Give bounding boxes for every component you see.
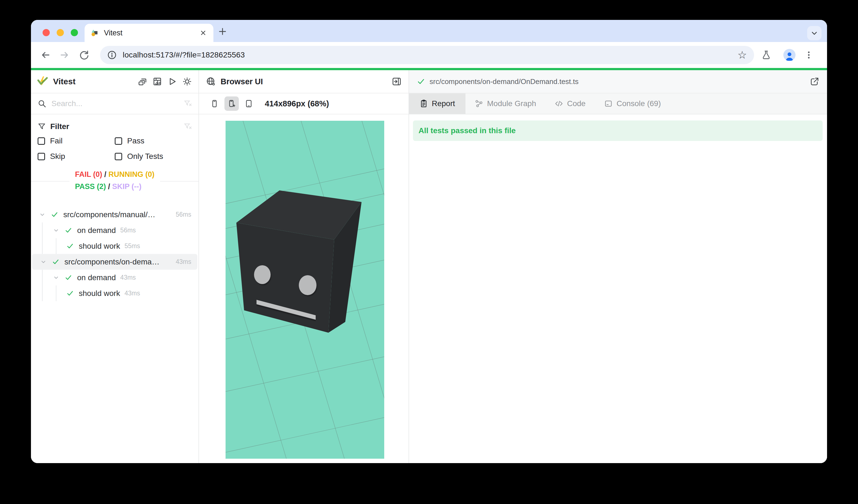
- check-icon: [65, 227, 72, 234]
- desktop-background: Vitest: [0, 0, 858, 504]
- refresh-button[interactable]: [76, 47, 92, 63]
- chevron-down-icon[interactable]: [52, 227, 60, 234]
- window-controls: [43, 29, 78, 36]
- browser-ui-header: Browser UI: [199, 70, 409, 93]
- check-icon: [417, 77, 425, 86]
- robot-left-eye: [254, 265, 271, 284]
- url-bar[interactable]: localhost:5173/#/?file=1828625563 ☆: [100, 46, 754, 64]
- bookmark-star-icon[interactable]: ☆: [737, 50, 747, 60]
- forward-button[interactable]: [57, 47, 73, 63]
- search-input[interactable]: [51, 99, 184, 108]
- tab-console[interactable]: Console (69): [595, 93, 670, 114]
- run-all-button[interactable]: [167, 76, 177, 87]
- chevron-down-icon: [810, 29, 819, 37]
- close-tab-icon[interactable]: [199, 29, 207, 37]
- clear-filter-icon[interactable]: [184, 123, 192, 131]
- report-tabs: Report Module Graph Code: [409, 93, 827, 114]
- browser-menu-button[interactable]: [801, 47, 816, 63]
- globe-icon: [206, 77, 216, 86]
- theme-toggle-sun-icon[interactable]: [182, 76, 192, 87]
- console-icon: [604, 99, 613, 108]
- open-in-editor-button[interactable]: [810, 77, 819, 86]
- chevron-down-icon[interactable]: [40, 258, 47, 265]
- tree-row-file-manual[interactable]: src/components/manual/… 56ms: [31, 207, 198, 223]
- search-icon: [37, 99, 46, 108]
- close-window-button[interactable]: [43, 29, 50, 36]
- filter-option-only-tests[interactable]: Only Tests: [115, 149, 192, 164]
- only-tests-checkbox[interactable]: [115, 153, 122, 160]
- filter-option-skip[interactable]: Skip: [37, 149, 115, 164]
- tab-search-chevron-button[interactable]: [807, 26, 822, 40]
- test-counts: FAIL (0) / RUNNING (0) PASS (2) / SKIP (…: [31, 167, 198, 196]
- vitest-favicon: [91, 29, 99, 37]
- only-tests-label: Only Tests: [127, 152, 163, 161]
- clear-search-filter-icon[interactable]: [184, 99, 192, 108]
- open-panel-right-button[interactable]: [392, 77, 401, 86]
- tab-console-label: Console (69): [616, 99, 661, 108]
- vitest-sidebar: Vitest: [31, 70, 199, 463]
- robot-cube: [236, 190, 362, 333]
- browser-ui-panel: Browser UI 414x896px (68%): [199, 70, 409, 463]
- pass-checkbox[interactable]: [115, 137, 122, 145]
- skip-checkbox[interactable]: [37, 153, 45, 160]
- check-icon: [52, 258, 60, 265]
- code-icon: [555, 99, 563, 108]
- report-clipboard-icon: [419, 99, 428, 108]
- minimize-window-button[interactable]: [57, 29, 64, 36]
- tab-report[interactable]: Report: [409, 93, 465, 114]
- sidebar-title: Vitest: [53, 77, 137, 86]
- experiments-flask-icon[interactable]: [759, 47, 774, 63]
- tree-row-suite[interactable]: on demand 56ms: [31, 223, 198, 238]
- device-tablet-button[interactable]: [242, 96, 256, 111]
- tab-code[interactable]: Code: [545, 93, 595, 114]
- tab-module-graph-label: Module Graph: [487, 99, 536, 108]
- dashboard-button[interactable]: [152, 76, 162, 87]
- browser-ui-title: Browser UI: [221, 77, 392, 86]
- tree-row-file-on-demand[interactable]: src/components/on-dema… 43ms: [32, 254, 197, 270]
- tab-title: Vitest: [104, 29, 199, 37]
- filter-funnel-icon: [37, 123, 46, 131]
- all-tests-passed-banner: All tests passed in this file: [413, 120, 823, 141]
- tab-code-label: Code: [567, 99, 586, 108]
- collapse-windows-button[interactable]: [137, 76, 148, 87]
- test-render-viewport[interactable]: [225, 121, 384, 459]
- browser-window: Vitest: [31, 20, 827, 463]
- three-dots-icon: [804, 50, 813, 60]
- external-link-icon: [810, 77, 819, 86]
- skip-label: Skip: [50, 152, 65, 161]
- search-row: [31, 93, 198, 114]
- test-tree: src/components/manual/… 56ms on demand 5…: [31, 207, 198, 463]
- person-icon: [784, 51, 795, 61]
- filter-section: Filter Fail Pass: [31, 114, 198, 167]
- chevron-down-icon[interactable]: [39, 211, 46, 218]
- robot-right-eye: [299, 275, 317, 295]
- sidebar-header: Vitest: [31, 70, 198, 93]
- tree-row-suite[interactable]: on demand 43ms: [31, 270, 198, 286]
- tree-row-test[interactable]: should work 55ms: [31, 238, 198, 254]
- device-phone-button[interactable]: [207, 96, 222, 111]
- site-info-icon[interactable]: [107, 50, 117, 60]
- tree-row-test[interactable]: should work 43ms: [31, 286, 198, 301]
- browser-tab[interactable]: Vitest: [84, 24, 213, 42]
- url-text[interactable]: localhost:5173/#/?file=1828625563: [123, 51, 737, 60]
- filter-title: Filter: [50, 122, 184, 131]
- chevron-down-icon[interactable]: [52, 274, 60, 281]
- device-phone-plus-button[interactable]: [224, 96, 239, 111]
- back-button[interactable]: [37, 47, 53, 63]
- report-header: src/components/on-demand/OnDemand.test.t…: [409, 70, 827, 93]
- check-icon: [65, 274, 72, 281]
- new-tab-button[interactable]: [218, 27, 227, 36]
- filter-option-pass[interactable]: Pass: [115, 133, 192, 149]
- profile-avatar[interactable]: [783, 49, 796, 61]
- fail-checkbox[interactable]: [37, 137, 45, 145]
- test-file-path: src/components/on-demand/OnDemand.test.t…: [430, 77, 810, 86]
- tab-module-graph[interactable]: Module Graph: [465, 93, 545, 114]
- vitest-logo: [37, 76, 48, 87]
- tab-strip: Vitest: [31, 20, 827, 42]
- counts-line-2: PASS (2) / SKIP (--): [75, 180, 155, 193]
- report-panel: src/components/on-demand/OnDemand.test.t…: [409, 70, 827, 463]
- filter-option-fail[interactable]: Fail: [37, 133, 115, 149]
- browser-toolbar: localhost:5173/#/?file=1828625563 ☆: [31, 42, 827, 68]
- device-toolbar: 414x896px (68%): [199, 93, 409, 114]
- zoom-window-button[interactable]: [71, 29, 78, 36]
